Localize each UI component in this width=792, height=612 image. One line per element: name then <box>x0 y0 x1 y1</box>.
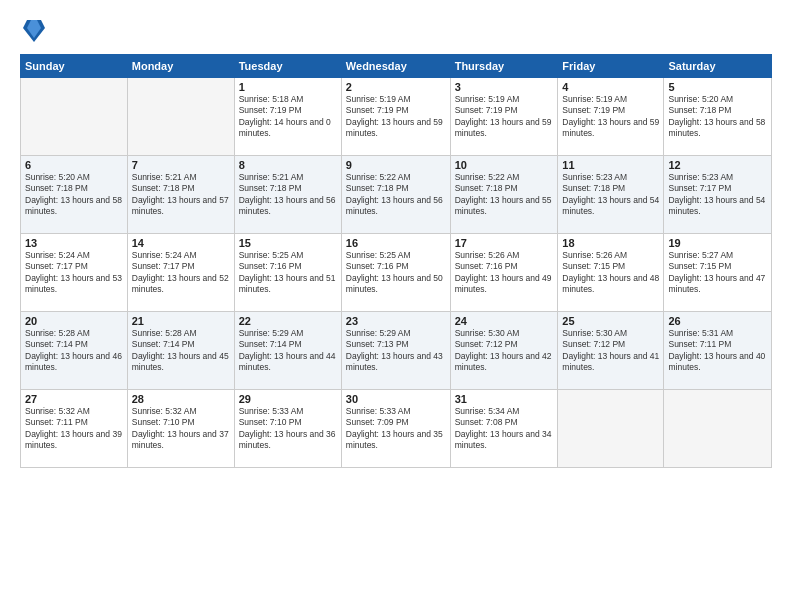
day-info: Sunrise: 5:20 AMSunset: 7:18 PMDaylight:… <box>668 94 767 140</box>
day-info: Sunrise: 5:32 AMSunset: 7:11 PMDaylight:… <box>25 406 123 452</box>
calendar-cell: 12Sunrise: 5:23 AMSunset: 7:17 PMDayligh… <box>664 156 772 234</box>
day-number: 28 <box>132 393 230 405</box>
header-friday: Friday <box>558 55 664 78</box>
calendar-cell: 23Sunrise: 5:29 AMSunset: 7:13 PMDayligh… <box>341 312 450 390</box>
header-tuesday: Tuesday <box>234 55 341 78</box>
calendar-cell: 10Sunrise: 5:22 AMSunset: 7:18 PMDayligh… <box>450 156 558 234</box>
header-monday: Monday <box>127 55 234 78</box>
calendar-cell: 29Sunrise: 5:33 AMSunset: 7:10 PMDayligh… <box>234 390 341 468</box>
calendar-cell: 6Sunrise: 5:20 AMSunset: 7:18 PMDaylight… <box>21 156 128 234</box>
header-thursday: Thursday <box>450 55 558 78</box>
day-number: 17 <box>455 237 554 249</box>
calendar-cell: 8Sunrise: 5:21 AMSunset: 7:18 PMDaylight… <box>234 156 341 234</box>
calendar-cell <box>664 390 772 468</box>
day-number: 5 <box>668 81 767 93</box>
calendar-header-row: SundayMondayTuesdayWednesdayThursdayFrid… <box>21 55 772 78</box>
day-info: Sunrise: 5:23 AMSunset: 7:17 PMDaylight:… <box>668 172 767 218</box>
calendar-cell: 17Sunrise: 5:26 AMSunset: 7:16 PMDayligh… <box>450 234 558 312</box>
day-info: Sunrise: 5:34 AMSunset: 7:08 PMDaylight:… <box>455 406 554 452</box>
calendar-cell: 11Sunrise: 5:23 AMSunset: 7:18 PMDayligh… <box>558 156 664 234</box>
calendar-cell: 25Sunrise: 5:30 AMSunset: 7:12 PMDayligh… <box>558 312 664 390</box>
calendar-cell: 21Sunrise: 5:28 AMSunset: 7:14 PMDayligh… <box>127 312 234 390</box>
day-info: Sunrise: 5:28 AMSunset: 7:14 PMDaylight:… <box>25 328 123 374</box>
day-number: 18 <box>562 237 659 249</box>
calendar-cell: 13Sunrise: 5:24 AMSunset: 7:17 PMDayligh… <box>21 234 128 312</box>
day-info: Sunrise: 5:20 AMSunset: 7:18 PMDaylight:… <box>25 172 123 218</box>
calendar-cell <box>558 390 664 468</box>
calendar-cell <box>127 78 234 156</box>
day-number: 13 <box>25 237 123 249</box>
day-number: 22 <box>239 315 337 327</box>
day-number: 26 <box>668 315 767 327</box>
day-number: 3 <box>455 81 554 93</box>
calendar-cell: 9Sunrise: 5:22 AMSunset: 7:18 PMDaylight… <box>341 156 450 234</box>
day-info: Sunrise: 5:30 AMSunset: 7:12 PMDaylight:… <box>455 328 554 374</box>
day-info: Sunrise: 5:23 AMSunset: 7:18 PMDaylight:… <box>562 172 659 218</box>
day-number: 19 <box>668 237 767 249</box>
calendar-week-row: 1Sunrise: 5:18 AMSunset: 7:19 PMDaylight… <box>21 78 772 156</box>
day-info: Sunrise: 5:25 AMSunset: 7:16 PMDaylight:… <box>239 250 337 296</box>
day-number: 8 <box>239 159 337 171</box>
day-number: 2 <box>346 81 446 93</box>
day-number: 4 <box>562 81 659 93</box>
day-number: 31 <box>455 393 554 405</box>
day-info: Sunrise: 5:19 AMSunset: 7:19 PMDaylight:… <box>562 94 659 140</box>
calendar-cell: 22Sunrise: 5:29 AMSunset: 7:14 PMDayligh… <box>234 312 341 390</box>
day-number: 21 <box>132 315 230 327</box>
day-number: 14 <box>132 237 230 249</box>
day-info: Sunrise: 5:32 AMSunset: 7:10 PMDaylight:… <box>132 406 230 452</box>
calendar: SundayMondayTuesdayWednesdayThursdayFrid… <box>20 54 772 468</box>
calendar-cell: 5Sunrise: 5:20 AMSunset: 7:18 PMDaylight… <box>664 78 772 156</box>
calendar-cell: 27Sunrise: 5:32 AMSunset: 7:11 PMDayligh… <box>21 390 128 468</box>
calendar-cell: 1Sunrise: 5:18 AMSunset: 7:19 PMDaylight… <box>234 78 341 156</box>
day-info: Sunrise: 5:19 AMSunset: 7:19 PMDaylight:… <box>455 94 554 140</box>
day-info: Sunrise: 5:25 AMSunset: 7:16 PMDaylight:… <box>346 250 446 296</box>
day-number: 30 <box>346 393 446 405</box>
calendar-cell <box>21 78 128 156</box>
day-info: Sunrise: 5:31 AMSunset: 7:11 PMDaylight:… <box>668 328 767 374</box>
day-number: 7 <box>132 159 230 171</box>
calendar-cell: 2Sunrise: 5:19 AMSunset: 7:19 PMDaylight… <box>341 78 450 156</box>
calendar-cell: 4Sunrise: 5:19 AMSunset: 7:19 PMDaylight… <box>558 78 664 156</box>
header <box>20 18 772 44</box>
logo-icon <box>23 18 45 44</box>
logo <box>20 18 45 44</box>
day-number: 24 <box>455 315 554 327</box>
day-info: Sunrise: 5:22 AMSunset: 7:18 PMDaylight:… <box>455 172 554 218</box>
day-info: Sunrise: 5:28 AMSunset: 7:14 PMDaylight:… <box>132 328 230 374</box>
page: SundayMondayTuesdayWednesdayThursdayFrid… <box>0 0 792 612</box>
day-number: 27 <box>25 393 123 405</box>
day-info: Sunrise: 5:33 AMSunset: 7:10 PMDaylight:… <box>239 406 337 452</box>
day-number: 23 <box>346 315 446 327</box>
day-number: 15 <box>239 237 337 249</box>
day-number: 1 <box>239 81 337 93</box>
calendar-cell: 20Sunrise: 5:28 AMSunset: 7:14 PMDayligh… <box>21 312 128 390</box>
calendar-cell: 24Sunrise: 5:30 AMSunset: 7:12 PMDayligh… <box>450 312 558 390</box>
calendar-cell: 18Sunrise: 5:26 AMSunset: 7:15 PMDayligh… <box>558 234 664 312</box>
day-info: Sunrise: 5:18 AMSunset: 7:19 PMDaylight:… <box>239 94 337 140</box>
calendar-cell: 26Sunrise: 5:31 AMSunset: 7:11 PMDayligh… <box>664 312 772 390</box>
day-number: 29 <box>239 393 337 405</box>
day-info: Sunrise: 5:19 AMSunset: 7:19 PMDaylight:… <box>346 94 446 140</box>
day-info: Sunrise: 5:22 AMSunset: 7:18 PMDaylight:… <box>346 172 446 218</box>
calendar-week-row: 6Sunrise: 5:20 AMSunset: 7:18 PMDaylight… <box>21 156 772 234</box>
calendar-cell: 3Sunrise: 5:19 AMSunset: 7:19 PMDaylight… <box>450 78 558 156</box>
calendar-cell: 19Sunrise: 5:27 AMSunset: 7:15 PMDayligh… <box>664 234 772 312</box>
day-info: Sunrise: 5:26 AMSunset: 7:15 PMDaylight:… <box>562 250 659 296</box>
calendar-cell: 15Sunrise: 5:25 AMSunset: 7:16 PMDayligh… <box>234 234 341 312</box>
calendar-week-row: 13Sunrise: 5:24 AMSunset: 7:17 PMDayligh… <box>21 234 772 312</box>
day-info: Sunrise: 5:24 AMSunset: 7:17 PMDaylight:… <box>25 250 123 296</box>
calendar-cell: 31Sunrise: 5:34 AMSunset: 7:08 PMDayligh… <box>450 390 558 468</box>
day-info: Sunrise: 5:27 AMSunset: 7:15 PMDaylight:… <box>668 250 767 296</box>
day-info: Sunrise: 5:24 AMSunset: 7:17 PMDaylight:… <box>132 250 230 296</box>
calendar-week-row: 27Sunrise: 5:32 AMSunset: 7:11 PMDayligh… <box>21 390 772 468</box>
calendar-cell: 16Sunrise: 5:25 AMSunset: 7:16 PMDayligh… <box>341 234 450 312</box>
day-info: Sunrise: 5:26 AMSunset: 7:16 PMDaylight:… <box>455 250 554 296</box>
day-info: Sunrise: 5:29 AMSunset: 7:14 PMDaylight:… <box>239 328 337 374</box>
day-number: 11 <box>562 159 659 171</box>
day-info: Sunrise: 5:30 AMSunset: 7:12 PMDaylight:… <box>562 328 659 374</box>
calendar-cell: 30Sunrise: 5:33 AMSunset: 7:09 PMDayligh… <box>341 390 450 468</box>
day-number: 6 <box>25 159 123 171</box>
day-number: 25 <box>562 315 659 327</box>
header-saturday: Saturday <box>664 55 772 78</box>
